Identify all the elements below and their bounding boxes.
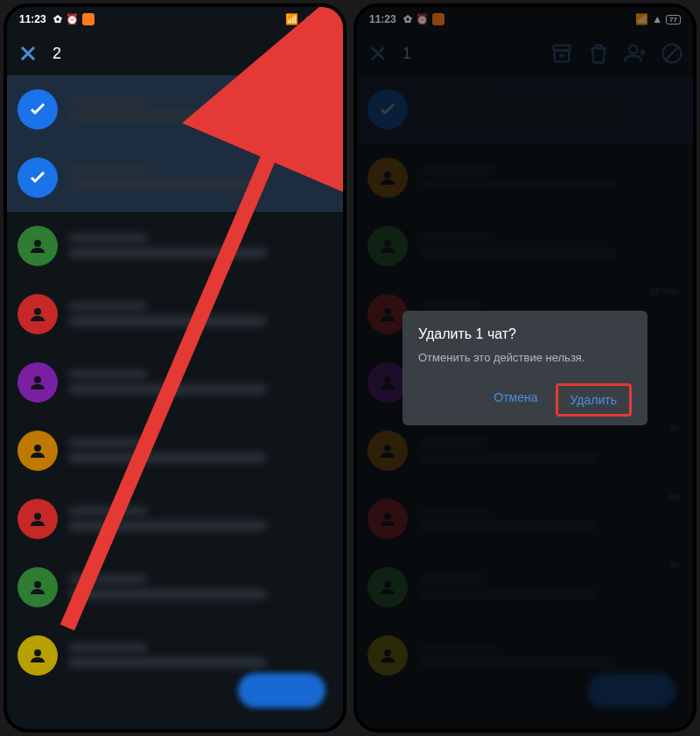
svg-point-3: [34, 308, 41, 315]
chat-preview: [68, 438, 332, 463]
dialog-confirm-button[interactable]: Удалить: [556, 383, 632, 417]
compose-fab[interactable]: [238, 673, 326, 708]
svg-point-8: [34, 649, 41, 656]
selected-check-icon: [18, 158, 58, 198]
status-bar: 11:23 ✿ ⏰ 📶 ▲ 77: [7, 7, 343, 32]
avatar: [18, 431, 58, 471]
avatar: [18, 294, 58, 334]
dialog-message: Отменить это действие нельзя.: [418, 351, 632, 364]
chat-preview: [68, 643, 332, 668]
chat-row[interactable]: [7, 144, 343, 212]
chat-row[interactable]: [7, 348, 343, 417]
chat-preview: [68, 575, 332, 599]
chat-preview: [68, 302, 332, 326]
selected-check-icon: [18, 89, 58, 130]
status-time: 11:23: [19, 13, 46, 25]
chat-preview: [68, 370, 332, 395]
phone-right: 11:23 ✿ ⏰ 📶 ▲ 77 1: [354, 4, 696, 732]
status-icons-left: ✿ ⏰: [53, 13, 94, 25]
avatar: [18, 635, 58, 676]
svg-point-4: [34, 376, 41, 383]
chat-preview: [68, 234, 332, 258]
chat-row[interactable]: [7, 417, 343, 485]
phone-left: 11:23 ✿ ⏰ 📶 ▲ 77 2: [4, 4, 346, 732]
dialog-cancel-button[interactable]: Отмена: [481, 383, 550, 417]
dialog-actions: Отмена Удалить: [418, 383, 632, 417]
chat-row[interactable]: [7, 485, 343, 553]
status-icons-right: 📶 ▲ 77: [285, 13, 331, 25]
close-selection-button[interactable]: [16, 41, 40, 66]
delete-button[interactable]: [310, 41, 334, 66]
dnd-icon: ✿: [53, 13, 62, 25]
chat-preview: [68, 165, 332, 190]
chat-row[interactable]: [7, 280, 343, 348]
selection-appbar: 2: [7, 32, 343, 75]
avatar: [18, 362, 58, 403]
selection-count: 2: [52, 45, 61, 63]
dialog-title: Удалить 1 чат?: [418, 326, 632, 342]
archive-button[interactable]: [273, 41, 298, 66]
chat-row[interactable]: [7, 212, 343, 280]
avatar: [18, 567, 58, 607]
chat-row[interactable]: [7, 75, 343, 144]
alarm-icon: ⏰: [66, 13, 79, 25]
chat-row[interactable]: [7, 553, 343, 621]
svg-point-2: [34, 240, 41, 247]
chat-list[interactable]: [7, 75, 343, 729]
svg-point-6: [34, 513, 41, 520]
chat-preview: [68, 97, 332, 122]
svg-point-7: [34, 581, 41, 588]
avatar: [18, 226, 58, 266]
wifi-icon: ▲: [302, 13, 312, 25]
avatar: [18, 499, 58, 539]
recording-icon: [82, 13, 94, 25]
svg-point-5: [34, 445, 41, 452]
battery-icon: 77: [316, 15, 331, 25]
chat-preview: [68, 507, 332, 531]
signal-icon: 📶: [285, 13, 298, 25]
delete-confirmation-dialog: Удалить 1 чат? Отменить это действие нел…: [402, 311, 648, 425]
dialog-scrim[interactable]: Удалить 1 чат? Отменить это действие нел…: [357, 7, 693, 729]
